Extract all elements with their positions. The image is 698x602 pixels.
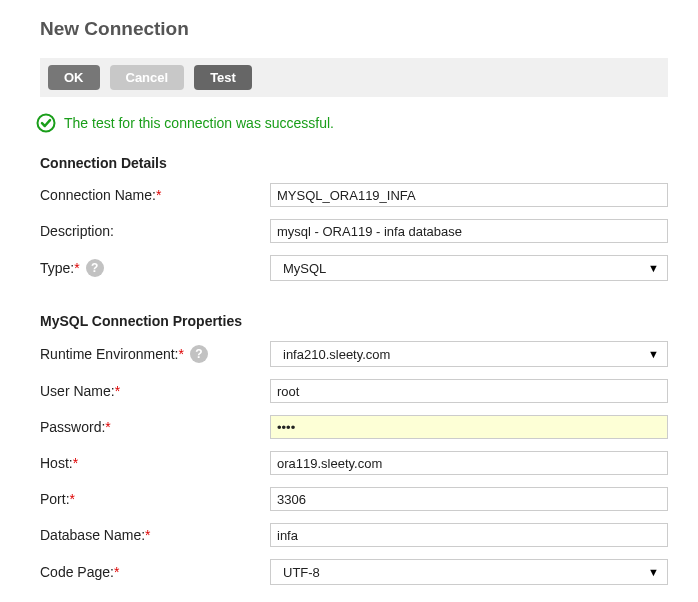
status-row: The test for this connection was success…: [36, 113, 668, 133]
page-title: New Connection: [40, 18, 668, 40]
host-input[interactable]: [270, 451, 668, 475]
port-label: Port:*: [40, 491, 270, 507]
success-check-icon: [36, 113, 56, 133]
type-select[interactable]: MySQL: [270, 255, 668, 281]
runtime-env-label: Runtime Environment:* ?: [40, 345, 270, 363]
button-bar: OK Cancel Test: [40, 58, 668, 97]
database-name-input[interactable]: [270, 523, 668, 547]
cancel-button[interactable]: Cancel: [110, 65, 185, 90]
mysql-properties-header: MySQL Connection Properties: [40, 313, 668, 329]
connection-details-header: Connection Details: [40, 155, 668, 171]
description-input[interactable]: [270, 219, 668, 243]
code-page-select[interactable]: UTF-8: [270, 559, 668, 585]
runtime-env-select[interactable]: infa210.sleety.com: [270, 341, 668, 367]
help-icon[interactable]: ?: [190, 345, 208, 363]
database-name-label: Database Name:*: [40, 527, 270, 543]
test-button[interactable]: Test: [194, 65, 252, 90]
user-name-label: User Name:*: [40, 383, 270, 399]
port-input[interactable]: [270, 487, 668, 511]
user-name-input[interactable]: [270, 379, 668, 403]
code-page-label: Code Page:*: [40, 564, 270, 580]
help-icon[interactable]: ?: [86, 259, 104, 277]
password-label: Password:*: [40, 419, 270, 435]
connection-name-label: Connection Name:*: [40, 187, 270, 203]
status-message: The test for this connection was success…: [64, 115, 334, 131]
ok-button[interactable]: OK: [48, 65, 100, 90]
password-input[interactable]: [270, 415, 668, 439]
description-label: Description:: [40, 223, 270, 239]
host-label: Host:*: [40, 455, 270, 471]
type-label: Type:* ?: [40, 259, 270, 277]
connection-name-input[interactable]: [270, 183, 668, 207]
